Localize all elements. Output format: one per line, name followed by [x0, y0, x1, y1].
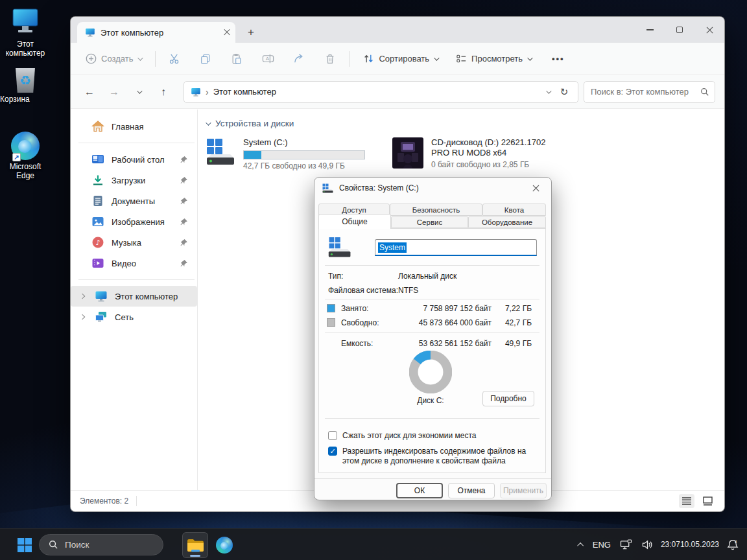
- dialog-close-button[interactable]: [524, 180, 547, 196]
- notification-center-button[interactable]: z: [722, 533, 747, 557]
- taskbar-explorer-button[interactable]: [182, 532, 208, 558]
- paste-button[interactable]: [226, 48, 248, 70]
- start-button[interactable]: [14, 535, 35, 555]
- volume-label-input[interactable]: System: [375, 239, 537, 256]
- drive-tile-d[interactable]: CD-дисковод (D:) 22621.1702 PRO RU MOD8 …: [392, 137, 561, 170]
- this-pc-icon: [11, 8, 40, 35]
- address-dropdown-icon[interactable]: [546, 88, 551, 93]
- type-value: Локальный диск: [398, 272, 456, 281]
- share-icon: [293, 52, 305, 65]
- sidebar-item-downloads[interactable]: Загрузки: [71, 170, 197, 191]
- tray-overflow-button[interactable]: [575, 533, 588, 557]
- tab-close-icon[interactable]: [224, 29, 230, 36]
- expand-chevron-icon[interactable]: [77, 315, 88, 319]
- share-button[interactable]: [288, 48, 310, 70]
- tab-quota[interactable]: Квота: [482, 204, 546, 216]
- expand-chevron-icon[interactable]: [77, 294, 88, 298]
- group-header-label: Устройства и диски: [215, 119, 294, 128]
- button-row-separator: [314, 478, 551, 479]
- details-view-button[interactable]: [679, 494, 694, 508]
- this-pc-icon: [95, 290, 108, 303]
- taskbar-edge-button[interactable]: [211, 532, 237, 558]
- pin-icon: [180, 176, 188, 185]
- paste-icon: [231, 53, 243, 65]
- details-button[interactable]: Подробно: [482, 391, 534, 406]
- sidebar-item-videos[interactable]: Видео: [71, 253, 197, 274]
- tab-hardware[interactable]: Оборудование: [468, 216, 546, 228]
- maximize-button[interactable]: [665, 17, 694, 43]
- tab-security[interactable]: Безопасность: [390, 204, 482, 216]
- delete-button[interactable]: [319, 48, 341, 70]
- minimize-button[interactable]: [635, 17, 665, 43]
- disk-usage-donut-chart: [409, 351, 452, 393]
- desktop-icon-edge[interactable]: ↗ Microsoft Edge: [0, 132, 51, 160]
- desktop-icon-this-pc[interactable]: Этот компьютер: [0, 8, 51, 38]
- toolbar-divider: [155, 51, 156, 67]
- chevron-down-icon: [527, 55, 532, 60]
- cut-button[interactable]: [163, 48, 185, 70]
- speaker-icon: [641, 539, 654, 550]
- breadcrumb-separator: ›: [206, 87, 209, 97]
- sidebar-item-network[interactable]: Сеть: [71, 307, 197, 327]
- free-color-swatch: [327, 318, 335, 327]
- close-button[interactable]: [694, 17, 724, 43]
- view-icon: [456, 53, 467, 64]
- thumbnail-view-button[interactable]: [700, 494, 715, 508]
- this-pc-icon: [191, 87, 201, 97]
- forward-button[interactable]: →: [104, 82, 124, 102]
- search-input[interactable]: [591, 87, 700, 97]
- sidebar-item-music[interactable]: ♪ Музыка: [71, 232, 197, 253]
- separator: [325, 265, 540, 266]
- sort-button[interactable]: Сортировать: [357, 49, 444, 68]
- sidebar-item-this-pc[interactable]: Этот компьютер: [71, 286, 197, 307]
- sidebar-item-desktop[interactable]: Рабочий стол: [71, 149, 197, 170]
- search-box[interactable]: [584, 81, 715, 103]
- compress-checkbox[interactable]: [328, 431, 337, 440]
- breadcrumb[interactable]: Этот компьютер: [213, 87, 276, 97]
- drive-free-space: 0 байт свободно из 2,85 ГБ: [431, 160, 554, 169]
- new-tab-button[interactable]: +: [244, 26, 257, 39]
- items-count: Элементов: 2: [80, 496, 128, 506]
- recent-locations-button[interactable]: [129, 82, 148, 102]
- explorer-tab[interactable]: Этот компьютер: [77, 22, 235, 43]
- compress-checkbox-label: Сжать этот диск для экономии места: [342, 431, 540, 441]
- rename-icon: A: [262, 52, 274, 65]
- sidebar-item-label: Изображения: [112, 217, 165, 227]
- desktop-icon-recycle-bin[interactable]: ♻ Корзина: [0, 68, 51, 93]
- ok-button[interactable]: ОК: [396, 483, 443, 498]
- sidebar-item-home[interactable]: Главная: [71, 116, 197, 137]
- new-button[interactable]: Создать: [80, 49, 147, 68]
- language-indicator[interactable]: ENG: [588, 533, 615, 557]
- svg-text:♪: ♪: [96, 239, 101, 247]
- close-icon: [532, 185, 540, 192]
- more-options-button[interactable]: •••: [546, 50, 571, 67]
- sidebar-item-documents[interactable]: Документы: [71, 191, 197, 211]
- network-tray-button[interactable]: [615, 533, 637, 557]
- group-header-devices[interactable]: Устройства и диски: [206, 119, 724, 128]
- sidebar-item-label: Видео: [112, 259, 136, 268]
- sidebar-item-pictures[interactable]: Изображения: [71, 211, 197, 232]
- pin-icon: [180, 239, 188, 247]
- tab-tools[interactable]: Сервис: [391, 216, 468, 228]
- chevron-down-icon: [137, 88, 142, 93]
- filesystem-label: Файловая система:: [328, 286, 398, 295]
- address-bar[interactable]: › Этот компьютер ↻: [184, 81, 578, 103]
- drive-tile-c[interactable]: System (C:) 42,7 ГБ свободно из 49,9 ГБ: [206, 137, 374, 170]
- back-button[interactable]: ←: [80, 82, 99, 102]
- minimize-icon: [646, 29, 654, 30]
- rename-button[interactable]: A: [257, 48, 279, 70]
- up-button[interactable]: ↑: [154, 82, 173, 102]
- apply-button[interactable]: Применить: [500, 483, 547, 498]
- volume-tray-button[interactable]: [637, 533, 658, 557]
- refresh-button[interactable]: ↻: [554, 86, 574, 98]
- separator: [325, 299, 540, 299]
- pin-icon: [180, 197, 188, 205]
- clock[interactable]: 23:07 10.05.2023: [658, 533, 722, 557]
- separator: [325, 332, 540, 333]
- cancel-button[interactable]: Отмена: [448, 483, 495, 498]
- index-checkbox[interactable]: ✓: [328, 447, 337, 456]
- view-button[interactable]: Просмотреть: [450, 49, 537, 68]
- copy-button[interactable]: [195, 48, 217, 70]
- taskbar-search[interactable]: Поиск: [39, 534, 163, 555]
- tab-general[interactable]: Общие: [318, 214, 391, 229]
